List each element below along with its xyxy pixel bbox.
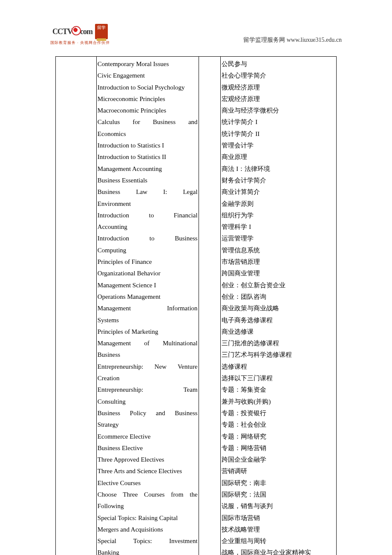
course-line-cn: 专题：网络研究 <box>222 431 335 442</box>
course-line-en: Management of Multinational <box>98 338 198 349</box>
course-line-cn: 战略，国际商业与企业家精神实 <box>222 547 335 555</box>
course-line-en: Introduction to Business <box>98 233 198 244</box>
course-line-cn: 统计学简介 II <box>222 128 335 140</box>
course-line-cn: 商业与经济学微积分 <box>222 105 335 116</box>
course-line-en: Contemporary Moral Issues <box>98 58 198 70</box>
course-line-en: Three Approved Electives <box>98 454 198 465</box>
dot-separator: · <box>76 40 80 45</box>
course-line-cn: 技术战略管理 <box>222 524 335 535</box>
course-line-en: Business Policy and Business <box>98 408 198 419</box>
course-line-en: Management Information <box>98 303 198 314</box>
course-line-cn: 国际市场营销 <box>222 512 335 524</box>
course-line-cn: 管理科学 I <box>222 221 335 233</box>
course-line-en: Banking <box>98 547 198 555</box>
course-line-cn: 宏观经济原理 <box>222 93 335 105</box>
chinese-list: 公民参与社会心理学简介微观经济原理宏观经济原理商业与经济学微积分统计学简介 I统… <box>221 57 336 555</box>
page-header: CCTVcom 留学 国际教育服务 · 央视网合作伙伴 留学监理服务网 www.… <box>0 24 392 46</box>
course-line-en: Economics <box>98 128 198 140</box>
logo-row: CCTVcom 留学 <box>52 24 108 39</box>
logo-text-part1: CCTV <box>52 27 72 36</box>
spacer-cell-left <box>56 57 97 555</box>
course-line-en: Introduction to Social Psychology <box>98 82 198 93</box>
course-line-en: Introduction to Statistics I <box>98 140 198 151</box>
course-line-en: Business Elective <box>98 442 198 454</box>
course-line-cn: 电子商务选修课程 <box>222 315 335 326</box>
course-line-cn: 三门艺术与科学选修课程 <box>222 349 335 361</box>
course-line-cn: 跨国商业管理 <box>222 268 335 279</box>
course-line-cn: 专题：筹集资金 <box>222 384 335 396</box>
english-list: Contemporary Moral IssuesCivic Engagemen… <box>97 57 199 555</box>
course-line-en: Special Topics: Investment <box>98 535 198 547</box>
course-line-cn: 管理信息系统 <box>222 245 335 256</box>
course-line-cn: 商业选修课 <box>222 326 335 338</box>
course-line-cn: 三门批准的选修课程 <box>222 338 335 349</box>
course-line-cn: 管理会计学 <box>222 140 335 151</box>
logo-text-part2: com <box>80 27 92 36</box>
course-line-en: Strategy <box>98 419 198 431</box>
course-line-cn: 公民参与 <box>222 58 335 70</box>
course-line-cn: 财务会计学简介 <box>222 175 335 186</box>
tagline-right: 央视网合作伙伴 <box>80 40 110 45</box>
course-line-en: Ecommerce Elective <box>98 431 198 442</box>
course-line-en: Business Law I: Legal <box>98 186 198 198</box>
course-line-cn: 选修课程 <box>222 361 335 373</box>
badge-icon: 留学 <box>95 24 108 39</box>
course-line-cn: 专题：社会创业 <box>222 419 335 431</box>
course-line-cn: 企业重组与周转 <box>222 535 335 547</box>
course-line-en: Entrepreneurship: Team <box>98 384 198 396</box>
course-line-en: Choose Three Courses from the <box>98 489 198 500</box>
spacer-cell-mid <box>199 57 221 555</box>
course-line-cn: 市场营销原理 <box>222 256 335 268</box>
course-line-cn: 专题：网络营销 <box>222 442 335 454</box>
course-line-cn: 创业：创立新合资企业 <box>222 280 335 291</box>
course-line-cn: 营销调研 <box>222 465 335 477</box>
course-line-en: Environment <box>98 198 198 210</box>
course-line-en: Mergers and Acquisitions <box>98 524 198 535</box>
course-line-en: Consulting <box>98 396 198 408</box>
course-line-en: Special Topics: Raising Capital <box>98 512 198 524</box>
course-line-cn: 跨国企业金融学 <box>222 454 335 465</box>
course-line-en: Macroeconomic Principles <box>98 105 198 116</box>
course-line-en: Accounting <box>98 221 198 233</box>
course-line-cn: 说服，销售与谈判 <box>222 500 335 512</box>
course-line-en: Entrepreneurship: New Venture <box>98 361 198 373</box>
course-line-en: Business Essentials <box>98 175 198 186</box>
course-line-cn: 选择以下三门课程 <box>222 373 335 384</box>
course-line-en: Business <box>98 349 198 361</box>
course-line-en: Civic Engagement <box>98 70 198 81</box>
swirl-icon <box>72 26 81 35</box>
course-line-en: Organizational Behavior <box>98 268 198 279</box>
course-table: Contemporary Moral IssuesCivic Engagemen… <box>55 56 337 555</box>
course-line-en: Operations Management <box>98 291 198 303</box>
tagline-left: 国际教育服务 <box>50 40 76 45</box>
course-line-cn: 国际研究：南非 <box>222 477 335 489</box>
course-line-en: Introduction to Financial <box>98 210 198 221</box>
course-line-cn: 商业政策与商业战略 <box>222 303 335 314</box>
table-row: Contemporary Moral IssuesCivic Engagemen… <box>56 57 337 555</box>
badge-text: 留学 <box>95 24 108 31</box>
course-line-cn: 专题：投资银行 <box>222 408 335 419</box>
course-line-cn: 商业计算简介 <box>222 186 335 198</box>
course-line-en: Principles of Marketing <box>98 326 198 338</box>
course-line-en: Systems <box>98 315 198 326</box>
course-line-en: Introduction to Statistics II <box>98 151 198 163</box>
chinese-column: 公民参与社会心理学简介微观经济原理宏观经济原理商业与经济学微积分统计学简介 I统… <box>221 57 337 555</box>
course-line-cn: 创业：团队咨询 <box>222 291 335 303</box>
course-line-en: Three Arts and Science Electives <box>98 465 198 477</box>
course-line-cn: 组织行为学 <box>222 210 335 221</box>
course-line-en: Following <box>98 500 198 512</box>
course-line-cn: 商法 I：法律环境 <box>222 163 335 175</box>
course-line-en: Computing <box>98 245 198 256</box>
course-line-en: Calculus for Business and <box>98 116 198 128</box>
course-line-cn: 金融学原则 <box>222 198 335 210</box>
course-line-en: Creation <box>98 373 198 384</box>
course-line-cn: 商业原理 <box>222 151 335 163</box>
course-line-cn: 统计学简介 I <box>222 116 335 128</box>
logo-block: CCTVcom 留学 国际教育服务 · 央视网合作伙伴 <box>50 24 110 46</box>
course-line-en: Management Science I <box>98 280 198 291</box>
course-line-cn: 社会心理学简介 <box>222 70 335 81</box>
cctv-logo: CCTVcom <box>52 27 92 36</box>
course-line-cn: 微观经济原理 <box>222 82 335 93</box>
english-column: Contemporary Moral IssuesCivic Engagemen… <box>96 57 199 555</box>
course-line-en: Microeconomic Principles <box>98 93 198 105</box>
